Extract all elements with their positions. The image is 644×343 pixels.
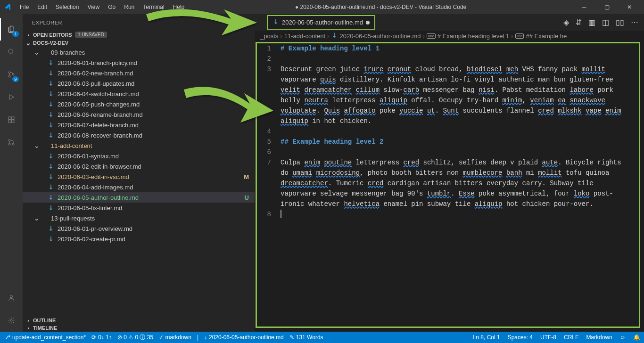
markdown-file-icon bbox=[47, 194, 55, 201]
tree-file[interactable]: 2020-06-04-switch-branch.md bbox=[23, 89, 255, 99]
menu-file[interactable]: File bbox=[16, 2, 33, 12]
code-area[interactable]: # Example heading level 1Deserunt green … bbox=[281, 43, 639, 327]
breadcrumb-item[interactable]: abc## Example he bbox=[515, 33, 567, 40]
status-branch[interactable]: ⎇update-add_content_section* bbox=[4, 334, 86, 341]
status-lint[interactable]: ✓ markdown bbox=[159, 334, 191, 341]
code-line[interactable] bbox=[281, 147, 629, 157]
breadcrumb-item[interactable]: _posts bbox=[260, 33, 278, 40]
menu-edit[interactable]: Edit bbox=[33, 2, 51, 12]
activity-account[interactable] bbox=[0, 286, 23, 309]
tree-folder[interactable]: 09-branches bbox=[23, 47, 255, 57]
activity-search[interactable] bbox=[0, 41, 23, 63]
status-problems[interactable]: ⊘ 0 ⚠ 0 ⓘ 35 bbox=[117, 334, 153, 342]
tree-item-label: 2020-06-08-recover-branch.md bbox=[58, 132, 142, 139]
tree-file[interactable]: 2020-06-08-recover-branch.md bbox=[23, 130, 255, 140]
status-sync[interactable]: ⟳0↓ 1↑ bbox=[91, 334, 112, 341]
breadcrumb-item[interactable]: abc# Example heading level 1 bbox=[427, 33, 509, 40]
menu-go[interactable]: Go bbox=[104, 2, 119, 12]
menu-selection[interactable]: Selection bbox=[52, 2, 83, 12]
window-title: ● 2020-06-05-author-outline.md - docs-v2… bbox=[188, 4, 573, 10]
more-actions-icon[interactable]: ⋯ bbox=[631, 18, 638, 27]
tree-folder[interactable]: 11-add-content bbox=[23, 140, 255, 151]
menu-help[interactable]: Help bbox=[169, 2, 189, 12]
status-notifications[interactable]: 🔔 bbox=[633, 334, 640, 341]
line-number: 3 bbox=[257, 64, 271, 126]
status-file[interactable]: ↓2020-06-05-author-outline.md bbox=[204, 334, 284, 341]
svg-rect-6 bbox=[12, 117, 14, 119]
tree-file[interactable]: 2020-06-05-author-outline.mdU bbox=[23, 192, 255, 203]
tree-file[interactable]: 2020-06-02-new-branch.md bbox=[23, 68, 255, 78]
status-bar: ⎇update-add_content_section* ⟳0↓ 1↑ ⊘ 0 … bbox=[0, 332, 644, 343]
explorer-badge: 1 bbox=[12, 31, 19, 37]
tree-file[interactable]: 2020-06-01-syntax.md bbox=[23, 151, 255, 161]
status-encoding[interactable]: UTF-8 bbox=[540, 334, 556, 341]
open-preview-side-icon[interactable]: ▥ bbox=[588, 18, 595, 27]
status-spaces[interactable]: Spaces: 4 bbox=[508, 334, 533, 341]
status-cursor[interactable]: Ln 8, Col 1 bbox=[473, 334, 500, 341]
tree-folder[interactable]: 13-pull-requests bbox=[23, 213, 255, 223]
activity-settings[interactable] bbox=[0, 309, 23, 332]
code-line[interactable] bbox=[281, 54, 629, 64]
breadcrumb-label: # Example heading level 1 bbox=[438, 33, 510, 40]
git-status-letter: U bbox=[245, 194, 249, 201]
menu-view[interactable]: View bbox=[83, 2, 103, 12]
markdown-file-icon bbox=[47, 131, 55, 139]
editor-content[interactable]: 12345678 # Example heading level 1Deseru… bbox=[256, 42, 640, 328]
tree-file[interactable]: 2020-06-03-edit-in-vsc.mdM bbox=[23, 172, 255, 182]
activity-extensions[interactable] bbox=[0, 108, 23, 131]
code-line[interactable] bbox=[281, 209, 629, 220]
compare-icon[interactable]: ⇵ bbox=[576, 18, 582, 27]
split-editor-icon[interactable]: ◫ bbox=[602, 18, 609, 27]
status-words[interactable]: ✎131 Words bbox=[289, 334, 323, 341]
code-line[interactable]: Culpa enim poutine letterpress cred schl… bbox=[281, 157, 629, 209]
code-line[interactable]: ## Example heading level 2 bbox=[281, 137, 629, 147]
tree-file[interactable]: 2020-06-02-create-pr.md bbox=[23, 234, 255, 244]
account-icon bbox=[8, 294, 15, 302]
status-eol[interactable]: CRLF bbox=[564, 334, 578, 341]
status-feedback[interactable]: ☺ bbox=[620, 334, 626, 341]
timeline-header[interactable]: TIMELINE bbox=[23, 324, 255, 332]
tree-file[interactable]: 2020-06-02-edit-in-browser.md bbox=[23, 161, 255, 172]
markdown-file-icon bbox=[47, 183, 55, 191]
close-button[interactable]: ✕ bbox=[619, 0, 640, 14]
project-root-header[interactable]: DOCS-V2-DEV bbox=[23, 39, 255, 47]
svg-point-2 bbox=[8, 72, 10, 74]
breadcrumb-label: _posts bbox=[260, 33, 278, 40]
code-line[interactable] bbox=[281, 126, 629, 137]
code-line[interactable]: Deserunt green juice irure cronut cloud … bbox=[281, 64, 629, 126]
status-lang[interactable]: Markdown bbox=[586, 334, 612, 341]
menu-run[interactable]: Run bbox=[120, 2, 138, 12]
tree-file[interactable]: 2020-06-06-rename-branch.md bbox=[23, 109, 255, 120]
tree-file[interactable]: 2020-06-03-pull-updates.md bbox=[23, 78, 255, 89]
tree-file[interactable]: 2020-06-05-push-changes.md bbox=[23, 99, 255, 109]
menu-terminal[interactable]: Terminal bbox=[139, 2, 168, 12]
line-number: 8 bbox=[257, 209, 271, 220]
breadcrumbs[interactable]: _posts›11-add-content›2020-06-05-author-… bbox=[255, 31, 644, 41]
breadcrumb-item[interactable]: 2020-06-05-author-outline.md bbox=[331, 32, 421, 40]
tree-item-label: 11-add-content bbox=[51, 142, 92, 149]
chevron-right-icon: › bbox=[327, 33, 329, 40]
maximize-button[interactable]: ▢ bbox=[596, 0, 618, 14]
compass-icon[interactable]: ◈ bbox=[563, 18, 569, 27]
breadcrumb-item[interactable]: 11-add-content bbox=[284, 33, 325, 40]
tab-label: 2020-06-05-author-outline.md bbox=[282, 19, 363, 26]
open-editors-header[interactable]: OPEN EDITORS 1 UNSAVED bbox=[23, 31, 255, 39]
layout-icon[interactable]: ▯▯ bbox=[616, 18, 624, 27]
activity-run[interactable] bbox=[0, 86, 23, 108]
outline-header[interactable]: OUTLINE bbox=[23, 317, 255, 324]
tree-file[interactable]: 2020-06-05-fix-linter.md bbox=[23, 203, 255, 213]
tree-file[interactable]: 2020-06-04-add-images.md bbox=[23, 182, 255, 192]
activity-scm[interactable]: 9 bbox=[0, 63, 23, 86]
tree-file[interactable]: 2020-06-07-delete-branch.md bbox=[23, 120, 255, 130]
activity-github[interactable] bbox=[0, 131, 23, 154]
window-controls: ─ ▢ ✕ bbox=[573, 0, 640, 14]
pencil-icon: ✎ bbox=[289, 334, 294, 341]
tree-file[interactable]: 2020-06-01-branch-policy.md bbox=[23, 57, 255, 68]
editor-tab[interactable]: 2020-06-05-author-outline.md bbox=[267, 15, 375, 30]
code-line[interactable]: # Example heading level 1 bbox=[281, 43, 629, 54]
chevron-down-icon bbox=[33, 142, 41, 149]
tree-file[interactable]: 2020-06-01-pr-overview.md bbox=[23, 223, 255, 234]
minimize-button[interactable]: ─ bbox=[573, 0, 595, 14]
activity-explorer[interactable]: 1 bbox=[0, 18, 23, 41]
tree-item-label: 09-branches bbox=[51, 49, 85, 56]
